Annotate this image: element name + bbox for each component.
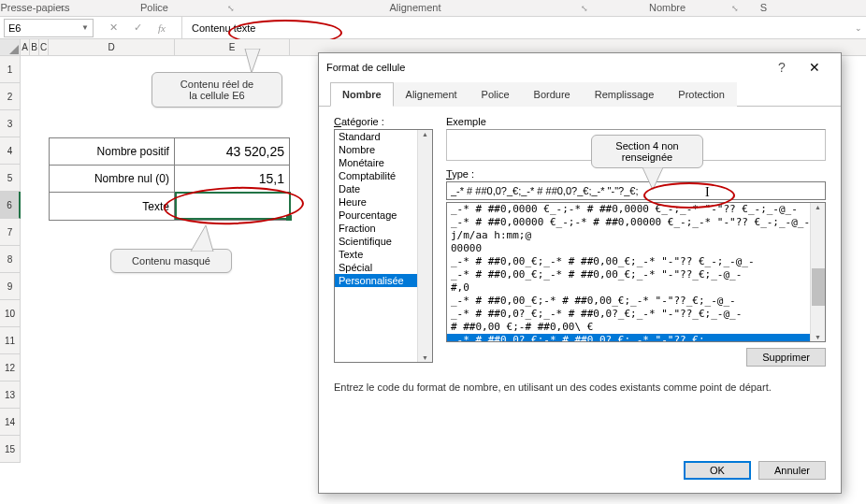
type-scrollbar[interactable] [810,203,825,341]
row-header-14[interactable]: 14 [0,409,21,436]
example-label: Exemple [446,116,826,127]
ok-button[interactable]: OK [684,461,751,480]
name-box[interactable]: E6 ▼ [4,19,94,37]
delete-button[interactable]: Supprimer [746,348,826,367]
fx-icon[interactable]: fx [155,22,168,34]
col-header-a[interactable]: A [21,39,30,55]
help-button[interactable]: ? [768,60,796,75]
type-item[interactable]: _-* # ##0,0000 €_-;-* # ##0,0000 €_-;_-*… [447,203,825,216]
row-header-12[interactable]: 12 [0,354,21,382]
cat-item-special[interactable]: Spécial [335,261,417,274]
cell-e5[interactable]: 15,1 [175,166,289,192]
tab-protection[interactable]: Protection [666,82,737,107]
enter-icon[interactable]: ✓ [131,22,144,34]
cell-d4[interactable]: Nombre positif [50,138,175,165]
cat-item-number[interactable]: Nombre [335,143,417,156]
cat-item-text[interactable]: Texte [335,248,417,261]
cell-d6[interactable]: Texte [50,193,175,220]
type-item[interactable]: 00000 [447,242,825,255]
callout-hidden-content: Contenu masqué [110,249,232,273]
type-item[interactable]: # ##0,00 €;-# ##0,00\ € [447,321,825,334]
select-all-corner[interactable] [0,39,21,55]
row-header-5[interactable]: 5 [0,165,21,192]
formula-input[interactable] [192,22,857,34]
tab-font[interactable]: Police [469,82,522,107]
cat-item-fraction[interactable]: Fraction [335,222,417,235]
type-item[interactable]: _-* # ##0,0?_€;_-* # ##0,0?_€;_-* "-"??_… [447,308,825,321]
type-label: Type : [446,168,826,180]
row-header-3[interactable]: 3 [0,110,21,137]
dialog-tabs: Nombre Alignement Police Bordure Remplis… [319,81,841,107]
type-item[interactable]: _-* # ##0,00_€;_-* # ##0,00_€;_-* "-"??_… [447,268,825,281]
category-scrollbar[interactable] [417,130,432,362]
cell-e6[interactable] [175,193,289,220]
row-header-13[interactable]: 13 [0,382,21,409]
tab-border[interactable]: Bordure [522,82,583,107]
col-header-e[interactable]: E [175,39,290,55]
type-item[interactable]: #,0 [447,281,825,295]
dialog-title: Format de cellule [326,62,768,73]
cat-item-percentage[interactable]: Pourcentage [335,209,417,222]
type-list[interactable]: _-* # ##0,0000 €_-;-* # ##0,0000 €_-;_-*… [446,202,826,342]
chevron-down-icon[interactable]: ▼ [81,23,89,32]
data-range: Nombre positif 43 520,25 Nombre nul (0) … [49,137,290,221]
cell-d5[interactable]: Nombre nul (0) [50,166,175,192]
cat-item-scientific[interactable]: Scientifique [335,235,417,248]
row-header-7[interactable]: 7 [0,219,21,246]
expand-formula-icon[interactable]: ⌄ [855,23,862,33]
col-header-b[interactable]: B [30,39,39,55]
cat-item-currency[interactable]: Monétaire [335,156,417,169]
close-icon[interactable]: ✕ [796,60,833,75]
cat-item-custom[interactable]: Personnalisée [335,274,417,287]
cancel-button[interactable]: Annuler [758,461,826,480]
row-header-1[interactable]: 1 [0,56,21,83]
type-input[interactable] [446,181,826,200]
col-header-c[interactable]: C [39,39,49,55]
hint-text: Entrez le code du format de nombre, en u… [334,382,826,393]
ribbon-label-number: Nombre [649,0,686,15]
cancel-icon[interactable]: ✕ [107,22,120,34]
cat-item-standard[interactable]: Standard [335,130,417,143]
ribbon-label-alignment: Alignement [389,0,440,15]
row-header-8[interactable]: 8 [0,246,21,273]
row-header-11[interactable]: 11 [0,327,21,354]
callout-section4: Section 4 non renseignée [591,135,703,168]
cat-item-time[interactable]: Heure [335,195,417,209]
row-header-2[interactable]: 2 [0,83,21,110]
type-item[interactable]: _-* # ##0,00000 €_-;-* # ##0,00000 €_-;_… [447,216,825,229]
ribbon-label-styles: S [760,0,767,15]
tab-alignment[interactable]: Alignement [394,82,469,107]
cat-item-accounting[interactable]: Comptabilité [335,169,417,182]
name-box-value: E6 [8,22,21,34]
row-header-4[interactable]: 4 [0,137,21,165]
category-label: Catégorie : [334,116,433,127]
callout-real-content: Contenu réel de la cellule E6 [152,72,282,108]
format-cells-dialog: Format de cellule ? ✕ Nombre Alignement … [318,52,842,494]
ribbon-group-labels: Presse-papiers⤡ Police⤡ Alignement⤡ Nomb… [0,0,866,17]
tab-fill[interactable]: Remplissage [583,82,667,107]
type-item[interactable]: j/m/aa h:mm;@ [447,229,825,242]
ribbon-label-font: Police [140,0,168,15]
row-header-6[interactable]: 6 [0,192,21,219]
cat-item-date[interactable]: Date [335,182,417,195]
cell-e4[interactable]: 43 520,25 [175,138,289,165]
row-header-15[interactable]: 15 [0,436,21,463]
col-header-d[interactable]: D [49,39,175,55]
type-item[interactable]: _-* # ##0,00_€;_-* # ##0,00_€;_-* "-"?? … [447,255,825,268]
row-header-9[interactable]: 9 [0,273,21,300]
type-item[interactable]: _-* # ##0,00_€;-* # ##0,00_€;_-* "-"??_€… [447,295,825,308]
formula-bar: E6 ▼ ✕ ✓ fx ⌄ [0,17,866,39]
row-header-10[interactable]: 10 [0,300,21,327]
tab-number[interactable]: Nombre [330,82,394,107]
category-list[interactable]: Standard Nombre Monétaire Comptabilité D… [334,129,433,363]
type-item-selected[interactable]: _-* # ##0,0? €;-* # ##0,0? €;_-* "-"?? €… [447,334,825,342]
